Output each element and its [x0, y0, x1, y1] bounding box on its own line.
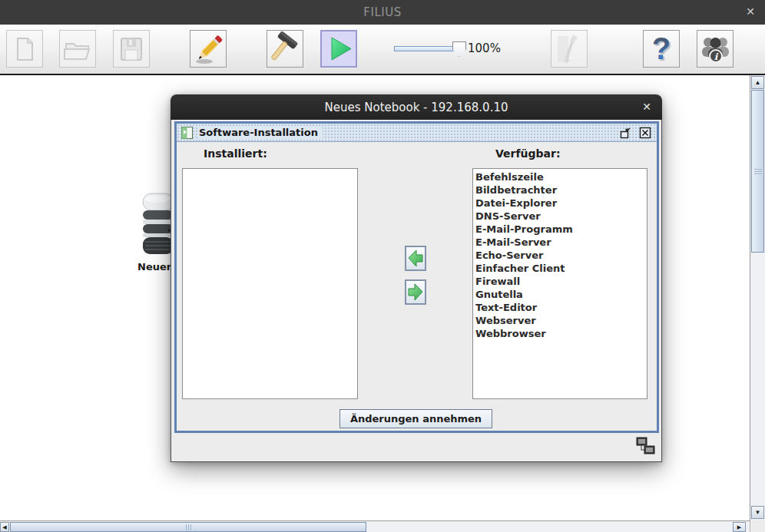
- list-item[interactable]: Webbrowser: [473, 327, 647, 340]
- frame-close-icon[interactable]: [638, 126, 652, 140]
- vertical-scrollbar[interactable]: ▲ ▼: [750, 75, 765, 520]
- installed-software-list[interactable]: [182, 168, 358, 399]
- list-item[interactable]: E-Mail-Programm: [473, 223, 647, 236]
- move-to-installed-button[interactable]: [405, 246, 426, 271]
- save-icon: [114, 31, 149, 67]
- apply-changes-button[interactable]: Änderungen annehmen: [339, 409, 492, 428]
- thumb-grip: [754, 169, 762, 175]
- list-item[interactable]: Text-Editor: [473, 301, 647, 314]
- open-button[interactable]: [59, 30, 96, 68]
- community-info-icon: i: [697, 31, 733, 67]
- vertical-scrollbar-thumb[interactable]: [751, 90, 764, 253]
- help-button[interactable]: ? ?: [643, 30, 680, 68]
- software-installation-icon: [181, 127, 193, 139]
- horizontal-scrollbar[interactable]: ◀ ▶: [0, 520, 750, 532]
- move-to-available-button[interactable]: [405, 279, 426, 305]
- thumb-grip: [186, 524, 192, 530]
- new-document-icon: [7, 31, 42, 67]
- list-item[interactable]: Befehlszeile: [473, 170, 647, 183]
- frame-titlebar[interactable]: Software-Installation: [177, 124, 657, 142]
- save-button[interactable]: [113, 30, 150, 68]
- list-item[interactable]: Bildbetrachter: [473, 183, 647, 197]
- zoom-level-label: 100%: [468, 41, 501, 55]
- list-item[interactable]: Gnutella: [473, 288, 647, 301]
- help-question-icon: ? ?: [644, 31, 679, 67]
- action-mode-button[interactable]: [267, 30, 303, 68]
- app-title: FILIUS: [0, 5, 765, 19]
- list-item[interactable]: Firewall: [473, 275, 647, 288]
- community-info-button[interactable]: i: [697, 30, 734, 68]
- scroll-up-button[interactable]: ▲: [751, 76, 764, 89]
- app-close-button[interactable]: ✕: [746, 5, 755, 18]
- node-label: Neuer: [137, 261, 171, 273]
- list-item[interactable]: Datei-Explorer: [473, 197, 647, 210]
- software-installation-frame: Software-Installation Installiert: Verf: [174, 121, 659, 433]
- list-item[interactable]: Webserver: [473, 314, 647, 327]
- dialog-close-button[interactable]: ✕: [642, 101, 651, 113]
- hammer-action-mode-icon: [267, 31, 303, 67]
- dialog-title: Neues Notebook - 192.168.0.10: [171, 101, 662, 114]
- play-simulation-mode-icon: [322, 31, 356, 66]
- new-button[interactable]: [6, 30, 43, 68]
- green-arrow-left-icon: [406, 247, 425, 269]
- app-titlebar[interactable]: FILIUS ✕: [0, 0, 765, 25]
- list-item[interactable]: Echo-Server: [473, 249, 647, 262]
- scroll-right-button[interactable]: ▶: [733, 522, 746, 532]
- scrollbar-corner: [750, 520, 765, 532]
- frame-content: Installiert: Verfügbar: BefehlszeileBild…: [177, 143, 657, 431]
- list-item[interactable]: Einfacher Client: [473, 262, 647, 275]
- available-software-list[interactable]: BefehlszeileBildbetrachterDatei-Explorer…: [472, 168, 647, 399]
- documentation-tool-button[interactable]: [551, 30, 588, 68]
- list-item[interactable]: DNS-Server: [473, 210, 647, 223]
- documentation-tool-icon: [551, 31, 587, 67]
- installed-label: Installiert:: [204, 147, 267, 160]
- scroll-left-button[interactable]: ◀: [0, 522, 9, 532]
- filius-window: FILIUS ✕: [0, 0, 765, 532]
- available-label: Verfügbar:: [495, 147, 561, 160]
- frame-title: Software-Installation: [197, 127, 323, 138]
- simulation-mode-button[interactable]: [320, 30, 357, 68]
- maximize-restore-icon[interactable]: [618, 126, 632, 140]
- scroll-down-button[interactable]: ▼: [751, 506, 764, 519]
- notebook-dialog: Neues Notebook - 192.168.0.10 ✕ Software…: [171, 94, 662, 462]
- network-status-icon: [635, 435, 655, 455]
- dialog-desktop: Software-Installation Installiert: Verf: [171, 120, 662, 462]
- design-mode-button[interactable]: [190, 30, 227, 68]
- open-folder-icon: [60, 31, 95, 67]
- horizontal-scrollbar-thumb[interactable]: [10, 522, 366, 532]
- pencil-design-mode-icon: [190, 31, 226, 67]
- list-item[interactable]: E-Mail-Server: [473, 236, 647, 249]
- green-arrow-right-icon: [406, 281, 425, 303]
- dialog-titlebar[interactable]: Neues Notebook - 192.168.0.10 ✕: [171, 94, 662, 120]
- svg-text:?: ?: [652, 31, 671, 65]
- zoom-slider-handle[interactable]: [452, 41, 466, 57]
- toolbar: 100% ? ? i: [0, 25, 765, 75]
